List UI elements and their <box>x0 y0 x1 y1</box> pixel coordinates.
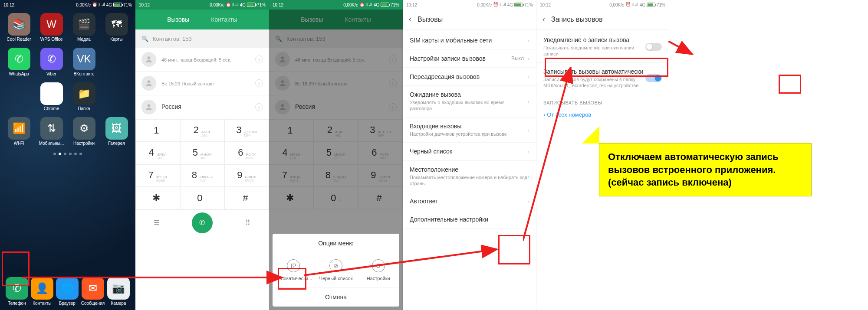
dock-Телефон[interactable]: ✆Телефон <box>6 277 28 306</box>
avatar-icon <box>141 52 156 67</box>
settings-item[interactable]: Входящие вызовыНастройки датчиков устрой… <box>403 117 536 143</box>
key-9[interactable]: 9ЬЭЮЯWXYZ <box>224 164 269 187</box>
page-dots <box>0 153 135 155</box>
svg-point-1 <box>148 80 151 83</box>
back-icon[interactable]: ‹ <box>409 15 411 24</box>
chevron-icon: › <box>527 197 529 205</box>
call-settings-screen: 10:12 0,00K/c⏰ ⫴ ₊ıl4G71% ‹ Вызовы SIM к… <box>403 0 536 310</box>
settings-item[interactable]: SIM карты и мобильные сети› <box>403 31 536 49</box>
app-WPS Office[interactable]: WWPS Office <box>37 13 66 42</box>
app-Настройки[interactable]: ⚙Настройки <box>69 117 99 146</box>
settings-item[interactable]: Ожидание вызоваУведомлять о входящих выз… <box>403 86 536 117</box>
menu-button[interactable]: ☰ <box>149 215 164 231</box>
app-ВКонтакте[interactable]: VKВКонтакте <box>69 48 99 76</box>
status-bar: 10:12 0,00K/c⏰ ⫴ ₊ıl4G71% <box>135 0 269 10</box>
dialpad-toggle[interactable]: ⠿ <box>240 215 256 231</box>
status-bar: 10:12 0,00K/c⏰ ⫴ ₊ıl4G71% <box>403 0 536 10</box>
app-Папка[interactable]: 📁Папка <box>69 82 99 111</box>
svg-point-2 <box>148 104 151 107</box>
toggle-on[interactable] <box>645 74 662 82</box>
notify-toggle-row[interactable]: Уведомление о записи вызоваПоказывать ув… <box>536 31 669 63</box>
app-Cool Reader[interactable]: 📚Cool Reader <box>4 13 33 42</box>
avatar-icon <box>141 100 156 114</box>
dialer-menu-screen: 10:12 0,00K/c⏰ ⫴ ₊ıl4G71% Вызовы Контакт… <box>269 0 403 310</box>
home-screen: 10:12 0,00K/c ⏰ ⫴ ₊ıl 4G 71% 📚Cool Reade… <box>0 0 135 310</box>
key-#[interactable]: # <box>224 187 269 209</box>
header-title: Запись вызовов <box>551 16 603 23</box>
chevron-icon: › <box>527 215 529 223</box>
all-numbers-link[interactable]: ›От всех номеров <box>536 108 669 121</box>
callout: Отключаем автоматическую запись вызовов … <box>599 143 812 196</box>
key-1[interactable]: 1 <box>135 119 180 142</box>
svg-line-9 <box>668 41 692 54</box>
key-4[interactable]: 4ИЙКЛGHI <box>135 142 180 164</box>
menu-cancel[interactable]: Отмена <box>273 287 399 307</box>
search-bar[interactable]: 🔍 Контактов: 153 <box>135 29 269 48</box>
chevron-icon: › <box>255 103 263 111</box>
dock-Контакты[interactable]: 👤Контакты <box>31 277 53 306</box>
settings-item[interactable]: МестоположениеПоказывать местоположение … <box>403 161 536 193</box>
chevron-icon: › <box>255 55 263 63</box>
app-empty <box>102 48 131 76</box>
avatar-icon <box>141 76 156 91</box>
app-Карты[interactable]: 🗺Карты <box>102 13 131 42</box>
chevron-icon: › <box>255 79 263 87</box>
key-2[interactable]: 2АБВГABC <box>180 119 225 142</box>
app-empty <box>102 82 131 111</box>
chevron-icon: › <box>527 73 529 80</box>
settings-item[interactable]: Автоответ› <box>403 192 536 210</box>
key-0[interactable]: 0+ <box>180 187 225 209</box>
status-bar: 10:12 0,00K/c⏰ ⫴ ₊ıl4G71% <box>269 0 403 10</box>
app-Chrome[interactable]: ◉Chrome <box>37 82 66 111</box>
status-bar: 10:12 0,00K/c ⏰ ⫴ ₊ıl 4G 71% <box>0 0 135 10</box>
section-header: ЗАПИСЫВАТЬ ВЫЗОВЫ <box>536 94 669 108</box>
menu-item[interactable]: IPАвтоматически... <box>273 253 315 287</box>
key-5[interactable]: 5МНОПJKL <box>180 142 225 164</box>
back-icon[interactable]: ‹ <box>542 15 545 24</box>
dock-Сообщения[interactable]: ✉Сообщения <box>81 277 105 306</box>
settings-item[interactable]: Черный список› <box>403 143 536 161</box>
call-entry[interactable]: 48 мин. назад Входящий: 5 сек.› <box>135 48 269 72</box>
key-✱[interactable]: ✱ <box>135 187 180 209</box>
chevron-icon: › <box>527 98 529 105</box>
app-Viber[interactable]: ✆Viber <box>37 48 66 76</box>
search-icon: 🔍 <box>141 36 148 42</box>
highlight-auto-toggle <box>779 75 801 94</box>
chevron-icon: › <box>527 173 529 180</box>
key-6[interactable]: 6РСТУMNO <box>224 142 269 164</box>
call-entry[interactable]: Вс 16:29 Новый контакт› <box>135 72 269 95</box>
bottom-bar: ☰ ✆ ⠿ <box>135 209 269 235</box>
status-time: 10:12 <box>3 3 14 7</box>
app-Медиа[interactable]: 🎬Медиа <box>69 13 99 42</box>
app-empty <box>4 82 33 111</box>
call-entry[interactable]: Россия› <box>135 95 269 119</box>
chevron-icon: › <box>527 36 529 44</box>
settings-item[interactable]: Настройки записи вызововВыкл› <box>403 49 536 68</box>
settings-item[interactable]: Дополнительные настройки› <box>403 210 536 228</box>
dock-Камера[interactable]: 📷Камера <box>107 277 130 306</box>
app-Галерея[interactable]: 🖼Галерея <box>102 117 131 146</box>
menu-item[interactable]: ⚙Настройки <box>357 253 399 287</box>
svg-point-0 <box>148 56 151 59</box>
chevron-icon: › <box>527 55 529 62</box>
arrow-4 <box>668 41 703 59</box>
menu-title: Опции меню <box>273 234 399 253</box>
options-menu: Опции меню IPАвтоматически...⊘Черный спи… <box>273 234 399 307</box>
menu-item[interactable]: ⊘Черный список <box>315 253 358 287</box>
app-Мобильны...[interactable]: ⇅Мобильны... <box>37 117 66 146</box>
battery-icon <box>113 3 122 7</box>
dock-Браузер[interactable]: 🌐Браузер <box>56 277 79 306</box>
tab-calls[interactable]: Вызовы <box>167 16 189 23</box>
settings-item[interactable]: Переадресация вызовов› <box>403 68 536 86</box>
chevron-icon: › <box>527 126 529 134</box>
key-8[interactable]: 8ШЩЪЫTUV <box>180 164 225 187</box>
app-WhatsApp[interactable]: ✆WhatsApp <box>4 48 33 76</box>
call-button[interactable]: ✆ <box>192 212 213 233</box>
tab-contacts[interactable]: Контакты <box>211 16 237 23</box>
chevron-icon: › <box>527 148 529 155</box>
auto-record-toggle-row[interactable]: Записывать вызовы автоматическиЗаписи вы… <box>536 63 669 95</box>
toggle-off[interactable] <box>645 43 662 51</box>
key-7[interactable]: 7ФХЦЧPQRS <box>135 164 180 187</box>
app-Wi-Fi[interactable]: 📶Wi-Fi <box>4 117 33 146</box>
key-3[interactable]: 3ДЕЁЖЗDEF <box>224 119 269 142</box>
